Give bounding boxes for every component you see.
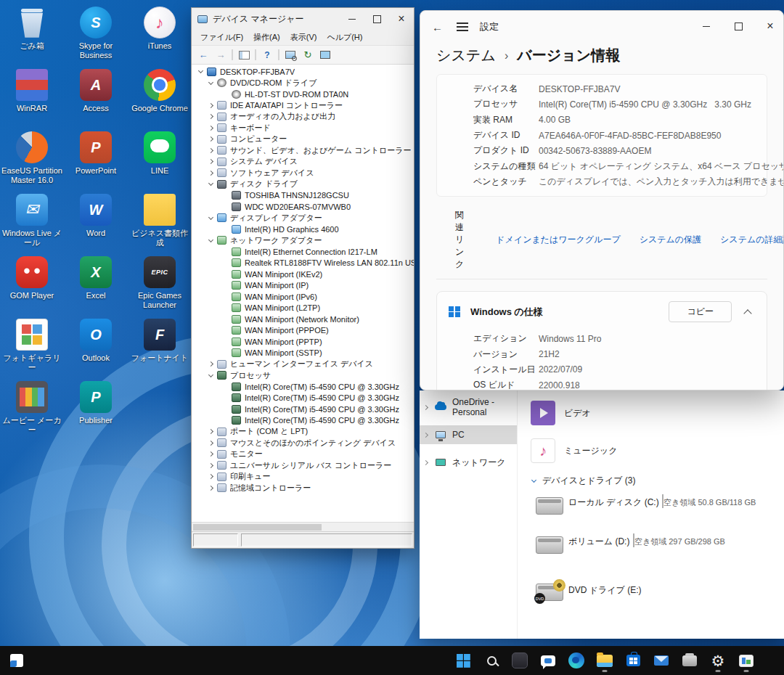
device-manager-titlebar[interactable]: デバイス マネージャー [192, 8, 414, 30]
related-link[interactable]: ドメインまたはワークグループ [496, 234, 620, 246]
tree-item[interactable]: WAN Miniport (L2TP) [192, 303, 414, 314]
tree-item[interactable]: ソフトウェア デバイス [192, 168, 414, 179]
toolbar-icon[interactable] [300, 48, 316, 62]
tree-expander-icon[interactable] [206, 149, 216, 152]
tree-item[interactable]: HL-DT-ST DVD-ROM DTA0N [192, 89, 414, 100]
chat-button[interactable] [535, 647, 561, 674]
tree-expander-icon[interactable] [206, 137, 216, 141]
tree-expander-icon[interactable] [221, 272, 230, 276]
tree-item[interactable]: ユニバーサル シリアル バス コントローラー [192, 460, 414, 472]
tree-item[interactable]: WAN Miniport (IP) [192, 280, 414, 292]
start-button[interactable] [450, 647, 476, 674]
maximize-button[interactable] [364, 8, 389, 30]
tree-expander-icon[interactable] [206, 375, 216, 377]
desktop-icon[interactable]: Outlook [64, 315, 128, 377]
toolbar-icon[interactable] [259, 48, 275, 62]
tree-expander-icon[interactable] [221, 227, 230, 231]
menu-item[interactable]: 操作(A) [249, 30, 285, 44]
pinned-app-gray[interactable] [677, 647, 703, 674]
drive-item-c[interactable]: ローカル ディスク (C:) 空き領域 50.8 GB/118 GB [531, 491, 784, 531]
desktop-icon[interactable]: Windows Live メール [0, 190, 64, 253]
tree-expander-icon[interactable] [221, 407, 230, 411]
tree-item[interactable]: WDC WD20EARS-07MVWB0 [192, 201, 414, 213]
tree-item[interactable]: WAN Miniport (IPv6) [192, 291, 414, 303]
tree-item[interactable]: マウスとそのほかのポインティング デバイス [192, 438, 414, 449]
close-button[interactable] [389, 8, 414, 30]
desktop-icon[interactable]: EaseUS Partition Master 16.0 [0, 128, 64, 190]
tree-expander-icon[interactable] [206, 217, 216, 219]
desktop-icon[interactable]: LINE [128, 128, 192, 190]
tree-expander-icon[interactable] [206, 452, 216, 456]
chevron-up-icon[interactable] [743, 309, 751, 317]
tree-expander-icon[interactable] [206, 183, 216, 185]
tree-item[interactable]: Realtek RTL8188FTV Wireless LAN 802.11n … [192, 258, 414, 269]
tree-item[interactable]: IDE ATA/ATAPI コントローラー [192, 100, 414, 112]
tree-item[interactable]: オーディオの入力および出力 [192, 111, 414, 123]
desktop-icon[interactable]: iTunes [128, 3, 192, 65]
desktop-icon[interactable]: GOM Player [0, 253, 64, 315]
desktop-icon[interactable]: Publisher [64, 377, 128, 440]
tree-expander-icon[interactable] [206, 82, 216, 84]
copy-button[interactable]: コピー [669, 301, 732, 322]
breadcrumb-parent[interactable]: システム [436, 46, 496, 65]
tree-item[interactable]: Intel(R) Core(TM) i5-4590 CPU @ 3.30GHz [192, 393, 414, 404]
tree-item[interactable]: DESKTOP-FFJBA7V [192, 66, 414, 78]
tree-item[interactable]: WAN Miniport (PPPOE) [192, 325, 414, 337]
tree-expander-icon[interactable] [221, 250, 230, 253]
minimize-button[interactable] [340, 8, 364, 30]
maximize-button[interactable] [731, 16, 746, 36]
related-link[interactable]: システムの詳細設定 [720, 234, 784, 246]
devices-and-drives-section[interactable]: デバイスとドライブ (3) [531, 475, 784, 487]
tree-item[interactable]: ディスプレイ アダプター [192, 213, 414, 224]
menu-item[interactable]: 表示(V) [286, 30, 322, 44]
tree-item[interactable]: WAN Miniport (PPTP) [192, 336, 414, 348]
tree-item[interactable]: ネットワーク アダプター [192, 235, 414, 247]
folder-tile-music[interactable]: ミュージック [531, 434, 784, 467]
tree-expander-icon[interactable] [206, 171, 216, 175]
desktop-icon[interactable]: Epic Games Launcher [128, 253, 192, 315]
close-button[interactable] [763, 16, 777, 36]
tree-item[interactable]: WAN Miniport (IKEv2) [192, 269, 414, 280]
tree-expander-icon[interactable] [221, 261, 230, 265]
microsoft-store-button[interactable] [620, 647, 646, 674]
desktop-icon[interactable]: ムービー メーカー [0, 377, 64, 440]
desktop-icon[interactable]: ごみ箱 [0, 3, 64, 65]
folder-tile-videos[interactable]: ビデオ [531, 396, 784, 430]
toolbar-icon[interactable] [195, 48, 211, 62]
tree-item[interactable]: Intel(R) HD Graphics 4600 [192, 224, 414, 235]
tree-item[interactable]: プロセッサ [192, 370, 414, 382]
tree-item[interactable]: Intel(R) Core(TM) i5-4590 CPU @ 3.30GHz [192, 404, 414, 415]
minimize-button[interactable] [699, 16, 714, 36]
chevron-right-icon[interactable] [423, 432, 428, 437]
scrollbar-thumb[interactable] [193, 524, 322, 531]
horizontal-scrollbar[interactable] [192, 522, 414, 531]
tree-expander-icon[interactable] [206, 160, 216, 163]
toolbar-icon[interactable] [213, 48, 229, 62]
hamburger-menu-icon[interactable] [457, 22, 468, 31]
desktop-icon[interactable]: Word [64, 190, 128, 253]
toolbar-icon[interactable] [282, 48, 298, 62]
desktop-icon[interactable]: WinRAR [0, 65, 64, 128]
tree-item[interactable]: 印刷キュー [192, 471, 414, 483]
tree-item[interactable]: サウンド、ビデオ、およびゲーム コントローラー [192, 145, 414, 157]
chevron-down-icon[interactable] [531, 478, 536, 483]
tree-item[interactable]: ディスク ドライブ [192, 179, 414, 190]
tree-expander-icon[interactable] [221, 205, 230, 208]
desktop-icon[interactable]: フォートナイト [128, 315, 192, 377]
tree-expander-icon[interactable] [221, 340, 230, 343]
tree-expander-icon[interactable] [221, 329, 230, 332]
tree-expander-icon[interactable] [221, 295, 230, 298]
desktop-icon[interactable]: フォトギャラリー [0, 315, 64, 377]
tree-expander-icon[interactable] [206, 240, 216, 242]
desktop-icon[interactable]: Access [64, 65, 128, 128]
tree-item[interactable]: Intel(R) Core(TM) i5-4590 CPU @ 3.30GHz [192, 381, 414, 393]
tree-item[interactable]: モニター [192, 449, 414, 460]
tree-expander-icon[interactable] [206, 115, 216, 118]
pinned-app-dark[interactable] [507, 647, 533, 674]
desktop-icon[interactable]: Google Chrome [128, 65, 192, 128]
nav-item-onedrive[interactable]: OneDrive - Personal [420, 398, 517, 417]
tree-item[interactable]: キーボード [192, 123, 414, 134]
tree-expander-icon[interactable] [221, 419, 230, 422]
desktop-icon[interactable]: Excel [64, 253, 128, 315]
drive-item-d[interactable]: ボリューム (D:) 空き領域 297 GB/298 GB [531, 531, 784, 570]
